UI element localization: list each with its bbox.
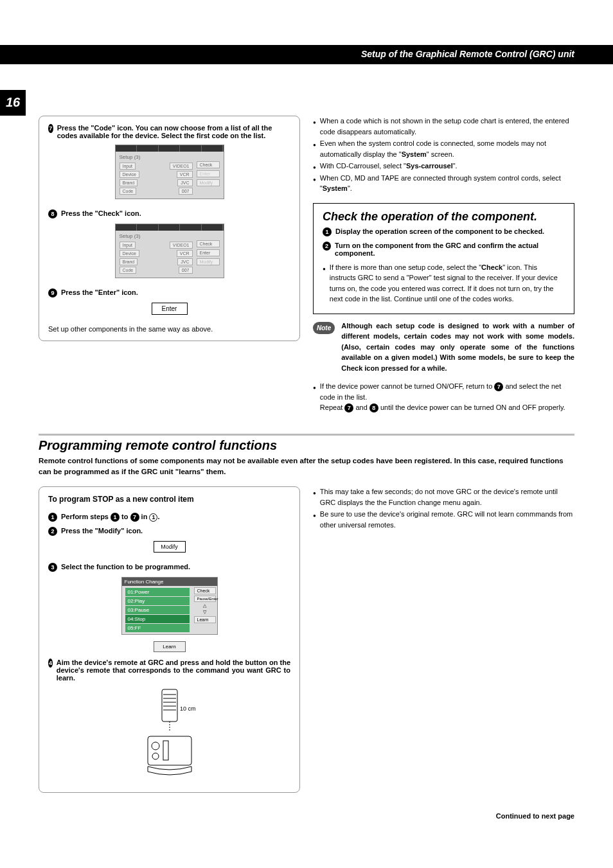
list-item: 04:Stop xyxy=(125,615,190,623)
bullet-icon xyxy=(323,262,326,305)
list-item: 02:Play xyxy=(125,597,190,605)
bullet-icon xyxy=(313,116,316,137)
ref-icon: 7 xyxy=(494,382,503,391)
ss-label: Brand xyxy=(120,258,138,265)
svg-point-9 xyxy=(152,753,159,759)
bullet-text: Be sure to use the device's original rem… xyxy=(320,509,574,530)
ss-label: Input xyxy=(120,163,136,170)
step-text: Press the "Code" icon. You can now choos… xyxy=(57,124,290,139)
ss-button: Enter xyxy=(197,249,220,256)
prog-step-4: 4 Aim the device's remote at GRC and pre… xyxy=(48,659,290,682)
ss-value: 007 xyxy=(179,267,193,274)
ss-button: Learn xyxy=(194,616,216,623)
notes-list: When a code which is not shown in the se… xyxy=(313,116,574,194)
ref-icon: 8 xyxy=(369,403,378,412)
ss-button: Enter xyxy=(197,170,220,177)
ss-value: VIDEO1 xyxy=(170,242,193,249)
function-change-screenshot: Function Change 01:Power 02:Play 03:Paus… xyxy=(121,577,218,635)
check-operation-box: Check the operation of the component. 1 … xyxy=(313,203,574,314)
step-text: Display the operation screen of the comp… xyxy=(335,227,544,236)
step-number-icon: 7 xyxy=(48,124,53,133)
ss-value: VCR xyxy=(177,250,193,257)
check-step-1: 1 Display the operation screen of the co… xyxy=(323,227,565,236)
ss-button: Pause/Enter xyxy=(194,596,216,602)
setup-screenshot-2: Setup (3) InputVIDEO1 DeviceVCR BrandJVC… xyxy=(115,224,224,278)
step-8: 8 Press the "Check" icon. xyxy=(48,209,290,218)
bullet-text: Even when the system control code is con… xyxy=(320,138,574,159)
ss-value: JVC xyxy=(177,179,192,186)
setup-screenshot-1: Setup (3) InputVIDEO1 DeviceVCR BrandJVC… xyxy=(115,145,224,199)
ss-label: Brand xyxy=(120,179,138,186)
continued-link: Continued to next page xyxy=(39,812,574,820)
ss-label: Code xyxy=(120,188,137,195)
bullet-icon xyxy=(313,138,316,159)
bullet-icon xyxy=(313,161,316,172)
step-text: Aim the device's remote at GRC and press… xyxy=(57,659,290,682)
modify-button-illustration: Modify xyxy=(154,541,186,553)
list-item: 01:Power xyxy=(125,588,190,596)
ref-icon: 1 xyxy=(111,513,120,522)
bullet-text: With CD-Carrousel, select "Sys-carrousel… xyxy=(320,161,458,172)
programming-notes: This may take a few seconds; do not move… xyxy=(313,486,574,531)
enter-button-illustration: Enter xyxy=(152,303,188,315)
note-text: Although each setup code is designed to … xyxy=(341,321,574,374)
list-item: 05:FF xyxy=(125,624,190,632)
bullet-text: If there is more than one setup code, se… xyxy=(330,262,565,305)
learn-button-illustration: Learn xyxy=(154,641,186,652)
footnote-text: Set up other components in the same way … xyxy=(48,325,290,333)
ss-title: Function Change xyxy=(122,578,217,586)
ss-button: Modify xyxy=(197,179,220,186)
box-title: To program STOP as a new control item xyxy=(48,495,290,504)
check-step-2: 2 Turn on the component from the GRC and… xyxy=(323,242,565,257)
bullet-icon xyxy=(313,173,316,194)
step-number-icon: 2 xyxy=(48,527,57,536)
ss-value: VIDEO1 xyxy=(170,163,193,170)
ss-label: Code xyxy=(120,267,137,274)
section-title: Check the operation of the component. xyxy=(323,210,565,224)
step-text: Press the "Enter" icon. xyxy=(61,288,138,297)
svg-rect-7 xyxy=(148,736,191,765)
step-text: Perform steps 1 to 7 in 1. xyxy=(61,513,159,522)
step-number-icon: 9 xyxy=(48,288,57,297)
step-number-icon: 4 xyxy=(48,659,53,668)
ss-title: Setup (3) xyxy=(120,233,220,239)
step-9: 9 Press the "Enter" icon. xyxy=(48,288,290,297)
bullet-icon xyxy=(313,486,316,508)
bullet-text: When a code which is not shown in the se… xyxy=(320,116,574,137)
ss-value: VCR xyxy=(177,171,193,178)
ss-value: 007 xyxy=(179,188,193,195)
ss-button: Check xyxy=(194,587,216,594)
ss-button: Check xyxy=(197,240,220,247)
page-number: 16 xyxy=(0,90,26,116)
ss-button: Check xyxy=(197,161,220,168)
ref-icon: 1 xyxy=(149,513,157,522)
bullet-text: This may take a few seconds; do not move… xyxy=(320,486,574,508)
bullet-text: If the device power cannot be turned ON/… xyxy=(320,381,574,413)
prog-step-3: 3 Select the function to be programmed. xyxy=(48,563,290,572)
list-item: 03:Pause xyxy=(125,606,190,614)
bullet-icon xyxy=(313,381,316,413)
step-number-icon: 8 xyxy=(48,209,57,218)
ss-label: Device xyxy=(120,250,139,257)
step-number-icon: 3 xyxy=(48,563,57,572)
program-stop-box: To program STOP as a new control item 1 … xyxy=(39,486,300,793)
step-text: Turn on the component from the GRC and c… xyxy=(335,242,565,257)
step-text: Select the function to be programmed. xyxy=(61,563,190,572)
ss-label: Input xyxy=(120,242,136,249)
note-badge-icon: Note xyxy=(313,322,335,334)
svg-rect-10 xyxy=(163,741,168,760)
ref-icon: 7 xyxy=(130,513,139,522)
bullet-icon xyxy=(313,509,316,530)
step-number-icon: 2 xyxy=(323,242,331,251)
ss-label: Device xyxy=(120,171,139,178)
ss-title: Setup (3) xyxy=(120,154,220,160)
programming-heading: Programming remote control functions xyxy=(39,434,574,453)
prog-step-2: 2 Press the "Modify" icon. xyxy=(48,527,290,536)
section-header: Setup of the Graphical Remote Control (G… xyxy=(0,45,613,64)
ss-value: JVC xyxy=(177,258,192,265)
bullet-text: When CD, MD and TAPE are connected throu… xyxy=(320,173,574,194)
note-callout: Note Although each setup code is designe… xyxy=(313,321,574,374)
prog-step-1: 1 Perform steps 1 to 7 in 1. xyxy=(48,513,290,522)
left-steps-box: 7 Press the "Code" icon. You can now cho… xyxy=(39,116,300,341)
svg-point-8 xyxy=(152,742,159,750)
